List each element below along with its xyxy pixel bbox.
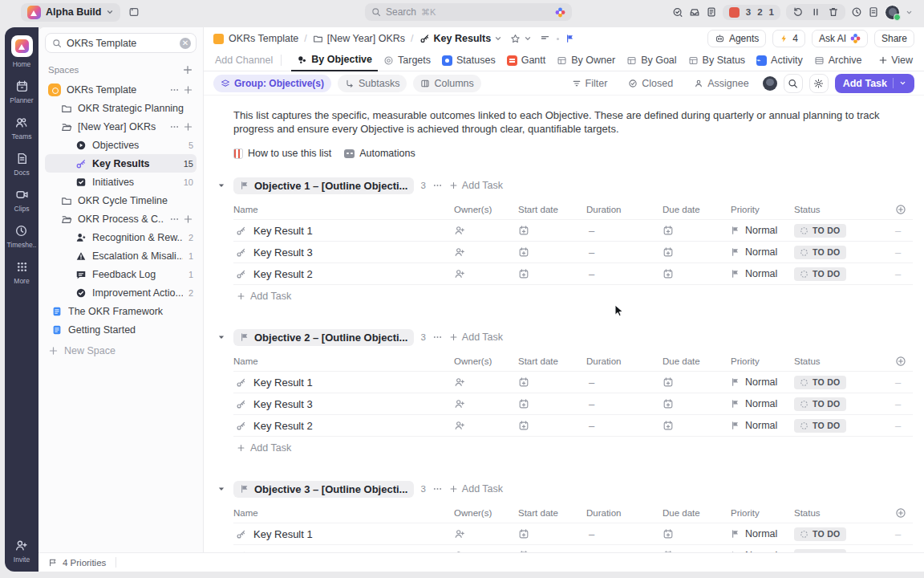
- task-name-cell[interactable]: Key Result 3: [233, 398, 454, 410]
- assignee-button[interactable]: Assignee: [687, 75, 756, 92]
- duration-cell[interactable]: –: [586, 268, 663, 280]
- group-by-button[interactable]: Group: Objective(s): [213, 75, 331, 92]
- ellipsis-icon[interactable]: [169, 121, 180, 132]
- col-duration[interactable]: Duration: [586, 508, 663, 518]
- task-row[interactable]: Key Result 2 – Normal TO DO –: [233, 263, 913, 285]
- pause-icon[interactable]: [810, 6, 821, 18]
- start-date-cell[interactable]: [518, 420, 586, 431]
- history-count-2[interactable]: 2: [757, 7, 762, 17]
- duration-cell[interactable]: –: [586, 398, 663, 410]
- start-date-cell[interactable]: [518, 377, 586, 388]
- automations-link[interactable]: Automations: [344, 148, 415, 159]
- owner-cell[interactable]: [454, 420, 518, 431]
- task-name-cell[interactable]: Key Result 1: [233, 377, 454, 389]
- inbox-icon[interactable]: [689, 6, 700, 18]
- col-name[interactable]: Name: [233, 508, 454, 518]
- col-duration[interactable]: Duration: [586, 356, 663, 366]
- status-badge[interactable]: TO DO: [794, 224, 846, 238]
- col-owners[interactable]: Owner(s): [454, 508, 518, 518]
- filter-button[interactable]: Filter: [565, 75, 615, 92]
- sidebar-list-feedback-log[interactable]: Feedback Log 1: [45, 265, 197, 283]
- plus-icon[interactable]: [183, 121, 193, 132]
- row-extra-cell[interactable]: –: [895, 420, 913, 432]
- ellipsis-icon[interactable]: [169, 214, 180, 225]
- status-badge[interactable]: TO DO: [794, 397, 846, 411]
- status-cell[interactable]: TO DO: [794, 397, 895, 411]
- due-date-cell[interactable]: [663, 225, 731, 236]
- group-title[interactable]: Objective 1 – [Outline Objecti...: [233, 177, 414, 194]
- task-row[interactable]: Key Result 3 – Normal TO DO –: [233, 393, 913, 415]
- col-owners[interactable]: Owner(s): [454, 356, 518, 366]
- sidebar-list-objectives[interactable]: Objectives 5: [45, 136, 197, 154]
- duration-cell[interactable]: –: [586, 528, 663, 540]
- priority-cell[interactable]: Normal: [731, 268, 794, 279]
- priority-flag-icon[interactable]: [565, 33, 575, 44]
- col-owners[interactable]: Owner(s): [454, 205, 518, 214]
- col-due-date[interactable]: Due date: [663, 205, 731, 214]
- breadcrumb-space[interactable]: OKRs Template: [213, 33, 298, 44]
- col-start-date[interactable]: Start date: [518, 508, 586, 518]
- row-extra-cell[interactable]: –: [895, 528, 913, 540]
- group-add-task-button[interactable]: Add Task: [449, 483, 503, 495]
- ellipsis-icon[interactable]: [169, 84, 180, 96]
- details-menu-icon[interactable]: [540, 33, 550, 44]
- row-extra-cell[interactable]: –: [895, 225, 913, 237]
- tab-gantt[interactable]: Gantt: [501, 50, 552, 71]
- status-cell[interactable]: TO DO: [794, 376, 895, 389]
- sidebar-list-key-results[interactable]: Key Results 15: [45, 154, 197, 173]
- clear-search-icon[interactable]: ✕: [180, 38, 191, 49]
- sidebar-folder-okr-process[interactable]: OKR Process & C...: [45, 210, 197, 228]
- collapse-caret-icon[interactable]: [217, 332, 227, 343]
- priority-cell[interactable]: Normal: [731, 225, 794, 236]
- group-title[interactable]: Objective 3 – [Outline Objecti...: [233, 481, 414, 498]
- time-tracking-icon[interactable]: [851, 6, 862, 18]
- rail-item-planner[interactable]: Planner: [10, 79, 33, 104]
- tab-by-status[interactable]: By Status: [683, 50, 752, 71]
- tab-by-objective[interactable]: By Objective: [291, 50, 378, 71]
- start-date-cell[interactable]: [518, 268, 586, 279]
- due-date-cell[interactable]: [663, 246, 731, 258]
- row-extra-cell[interactable]: –: [895, 398, 913, 410]
- tab-by-owner[interactable]: By Owner: [551, 50, 621, 71]
- col-name[interactable]: Name: [233, 205, 454, 214]
- rail-item-docs[interactable]: Docs: [14, 152, 29, 177]
- due-date-cell[interactable]: [663, 268, 731, 279]
- ask-ai-button[interactable]: Ask AI: [812, 30, 868, 47]
- columns-button[interactable]: Columns: [413, 75, 480, 92]
- add-task-button[interactable]: Add Task: [835, 74, 914, 93]
- sidebar-list-initiatives[interactable]: Initiatives 10: [45, 173, 197, 191]
- sidebar-list-escalation[interactable]: Escalation & Misali... 1: [45, 246, 197, 265]
- trash-icon[interactable]: [828, 6, 839, 18]
- status-badge[interactable]: TO DO: [794, 376, 846, 389]
- task-row[interactable]: Key Result 3 – Normal TO DO –: [233, 242, 913, 263]
- rail-item-teams[interactable]: Teams: [11, 116, 31, 140]
- history-count-1[interactable]: 1: [769, 7, 774, 17]
- owner-cell[interactable]: [454, 528, 518, 539]
- user-avatar[interactable]: [885, 5, 900, 20]
- col-priority[interactable]: Priority: [731, 205, 794, 214]
- status-badge[interactable]: TO DO: [794, 419, 846, 433]
- favorite-star-icon[interactable]: [510, 33, 532, 44]
- task-row[interactable]: Key Result 1 – Normal TO DO –: [233, 220, 913, 242]
- row-extra-cell[interactable]: –: [895, 377, 913, 389]
- how-to-use-link[interactable]: How to use this list: [233, 148, 331, 159]
- status-cell[interactable]: TO DO: [794, 224, 895, 238]
- plus-icon[interactable]: [183, 214, 193, 225]
- group-menu-icon[interactable]: [432, 180, 443, 191]
- rail-item-invite[interactable]: Invite: [14, 539, 30, 564]
- due-date-cell[interactable]: [663, 420, 731, 431]
- due-date-cell[interactable]: [663, 528, 731, 539]
- col-status[interactable]: Status: [794, 508, 895, 518]
- col-name[interactable]: Name: [233, 356, 454, 366]
- add-task-row[interactable]: Add Task: [233, 285, 913, 307]
- status-badge[interactable]: TO DO: [794, 267, 846, 281]
- add-view-button[interactable]: View: [878, 55, 913, 66]
- rail-item-more[interactable]: More: [14, 260, 29, 285]
- closed-button[interactable]: Closed: [621, 75, 680, 92]
- subtasks-button[interactable]: Subtasks: [338, 75, 407, 92]
- task-name-cell[interactable]: Key Result 1: [233, 528, 454, 540]
- tab-by-goal[interactable]: By Goal: [621, 50, 682, 71]
- breadcrumb-folder[interactable]: [New Year] OKRs: [313, 33, 405, 44]
- priority-cell[interactable]: Normal: [731, 528, 794, 539]
- status-cell[interactable]: TO DO: [794, 246, 895, 259]
